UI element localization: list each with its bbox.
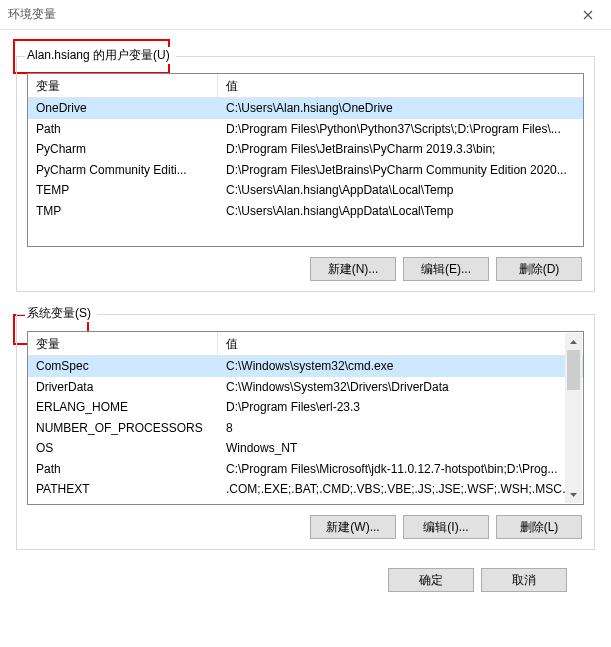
var-name: TEMP — [28, 181, 218, 199]
var-value: D:\Program Files\JetBrains\PyCharm Commu… — [218, 161, 583, 179]
user-group-legend: Alan.hsiang 的用户变量(U) — [25, 47, 176, 64]
var-name: PyCharm — [28, 140, 218, 158]
dialog-footer: 确定 取消 — [16, 550, 595, 592]
system-edit-button[interactable]: 编辑(I)... — [403, 515, 489, 539]
table-row[interactable]: TEMP C:\Users\Alan.hsiang\AppData\Local\… — [28, 180, 583, 201]
title-bar: 环境变量 — [0, 0, 611, 30]
table-row[interactable]: DriverData C:\Windows\System32\Drivers\D… — [28, 377, 583, 398]
var-value: 8 — [218, 419, 583, 437]
var-name: NUMBER_OF_PROCESSORS — [28, 419, 218, 437]
table-row[interactable]: NUMBER_OF_PROCESSORS 8 — [28, 418, 583, 439]
system-variables-group: 系统变量(S) 变量 值 ComSpec C:\Windows\system32… — [16, 314, 595, 550]
system-delete-button[interactable]: 删除(L) — [496, 515, 582, 539]
table-row[interactable]: OS Windows_NT — [28, 438, 583, 459]
var-value: C:\Users\Alan.hsiang\OneDrive — [218, 99, 583, 117]
user-col-variable[interactable]: 变量 — [28, 74, 218, 97]
system-new-button[interactable]: 新建(W)... — [310, 515, 396, 539]
var-name: Path — [28, 120, 218, 138]
chevron-down-icon — [570, 493, 577, 497]
scroll-thumb[interactable] — [567, 350, 580, 390]
var-value: D:\Program Files\JetBrains\PyCharm 2019.… — [218, 140, 583, 158]
system-button-row: 新建(W)... 编辑(I)... 删除(L) — [27, 515, 584, 539]
var-name: DriverData — [28, 378, 218, 396]
var-name: ComSpec — [28, 357, 218, 375]
var-value: Windows_NT — [218, 439, 583, 457]
close-button[interactable] — [573, 5, 603, 25]
table-row[interactable]: OneDrive C:\Users\Alan.hsiang\OneDrive — [28, 98, 583, 119]
chevron-up-icon — [570, 340, 577, 344]
var-value: D:\Program Files\erl-23.3 — [218, 398, 583, 416]
content-area: Alan.hsiang 的用户变量(U) 变量 值 OneDrive C:\Us… — [0, 30, 611, 592]
var-value: D:\Program Files\Python\Python37\Scripts… — [218, 120, 583, 138]
user-button-row: 新建(N)... 编辑(E)... 删除(D) — [27, 257, 584, 281]
var-value: C:\Users\Alan.hsiang\AppData\Local\Temp — [218, 181, 583, 199]
table-row[interactable]: PyCharm D:\Program Files\JetBrains\PyCha… — [28, 139, 583, 160]
var-name: TMP — [28, 202, 218, 220]
table-row[interactable]: ERLANG_HOME D:\Program Files\erl-23.3 — [28, 397, 583, 418]
table-row[interactable]: PyCharm Community Editi... D:\Program Fi… — [28, 160, 583, 181]
user-rows: OneDrive C:\Users\Alan.hsiang\OneDrive P… — [28, 98, 583, 221]
system-scrollbar[interactable] — [565, 333, 582, 503]
system-table-header: 变量 值 — [28, 332, 583, 356]
system-group-legend: 系统变量(S) — [25, 305, 97, 322]
var-name: ERLANG_HOME — [28, 398, 218, 416]
var-value: .COM;.EXE;.BAT;.CMD;.VBS;.VBE;.JS;.JSE;.… — [218, 480, 583, 498]
user-table-header: 变量 值 — [28, 74, 583, 98]
user-variables-table[interactable]: 变量 值 OneDrive C:\Users\Alan.hsiang\OneDr… — [27, 73, 584, 247]
system-col-variable[interactable]: 变量 — [28, 332, 218, 355]
scroll-down-button[interactable] — [565, 486, 582, 503]
var-name: PyCharm Community Editi... — [28, 161, 218, 179]
user-col-value[interactable]: 值 — [218, 74, 583, 97]
var-value: C:\Users\Alan.hsiang\AppData\Local\Temp — [218, 202, 583, 220]
var-value: C:\Program Files\Microsoft\jdk-11.0.12.7… — [218, 460, 583, 478]
ok-button[interactable]: 确定 — [388, 568, 474, 592]
var-name: OneDrive — [28, 99, 218, 117]
user-variables-group: Alan.hsiang 的用户变量(U) 变量 值 OneDrive C:\Us… — [16, 56, 595, 292]
table-row[interactable]: ComSpec C:\Windows\system32\cmd.exe — [28, 356, 583, 377]
scroll-up-button[interactable] — [565, 333, 582, 350]
user-edit-button[interactable]: 编辑(E)... — [403, 257, 489, 281]
table-row[interactable]: TMP C:\Users\Alan.hsiang\AppData\Local\T… — [28, 201, 583, 222]
system-rows: ComSpec C:\Windows\system32\cmd.exe Driv… — [28, 356, 583, 500]
var-value: C:\Windows\system32\cmd.exe — [218, 357, 583, 375]
var-name: PATHEXT — [28, 480, 218, 498]
user-delete-button[interactable]: 删除(D) — [496, 257, 582, 281]
user-new-button[interactable]: 新建(N)... — [310, 257, 396, 281]
table-row[interactable]: PATHEXT .COM;.EXE;.BAT;.CMD;.VBS;.VBE;.J… — [28, 479, 583, 500]
table-row[interactable]: Path C:\Program Files\Microsoft\jdk-11.0… — [28, 459, 583, 480]
var-value: C:\Windows\System32\Drivers\DriverData — [218, 378, 583, 396]
cancel-button[interactable]: 取消 — [481, 568, 567, 592]
var-name: OS — [28, 439, 218, 457]
system-col-value[interactable]: 值 — [218, 332, 583, 355]
table-row[interactable]: Path D:\Program Files\Python\Python37\Sc… — [28, 119, 583, 140]
system-variables-table[interactable]: 变量 值 ComSpec C:\Windows\system32\cmd.exe… — [27, 331, 584, 505]
var-name: Path — [28, 460, 218, 478]
window-title: 环境变量 — [8, 6, 56, 23]
close-icon — [583, 10, 593, 20]
